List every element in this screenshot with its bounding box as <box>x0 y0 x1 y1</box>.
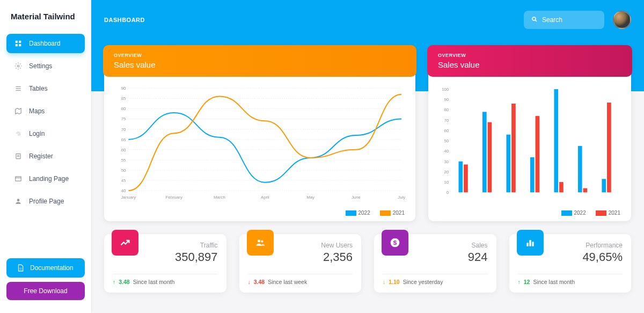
svg-text:50: 50 <box>444 139 449 143</box>
stat-delta: 12 <box>524 279 530 285</box>
svg-text:40: 40 <box>121 188 126 193</box>
search-icon <box>531 15 538 25</box>
svg-point-74 <box>261 241 263 243</box>
documentation-button[interactable]: Documentation <box>6 258 85 278</box>
svg-rect-66 <box>536 116 540 192</box>
svg-text:50: 50 <box>121 168 126 173</box>
sidebar-item-maps[interactable]: Maps <box>6 101 85 121</box>
svg-rect-2 <box>16 44 18 46</box>
stat-card-performance: Performance 49,65% ↑12Since last month <box>509 234 632 293</box>
svg-text:90: 90 <box>444 97 449 102</box>
svg-rect-59 <box>459 162 463 193</box>
svg-rect-61 <box>482 112 487 192</box>
fingerprint-icon <box>14 129 23 138</box>
sidebar-item-settings[interactable]: Settings <box>6 56 85 76</box>
sidebar-item-dashboard[interactable]: Dashboard <box>6 34 85 53</box>
svg-point-73 <box>258 240 260 243</box>
line-chart: 4045505560657075808590JanuaryFebruaryMar… <box>113 84 407 202</box>
legend-label: 2021 <box>609 210 620 216</box>
sidebar-item-landing[interactable]: Landing Page <box>6 169 85 188</box>
svg-rect-65 <box>530 157 535 192</box>
stat-period: Since yesterday <box>403 279 443 285</box>
chart-overview-label: OVERVIEW <box>438 53 621 58</box>
arrow-up-icon: ↑ <box>113 279 115 285</box>
legend-label: 2022 <box>574 210 586 216</box>
svg-text:70: 70 <box>121 127 126 132</box>
svg-marker-8 <box>16 108 21 114</box>
bar-chart: 0102030405060708090100 <box>437 84 623 202</box>
users-icon <box>247 230 274 256</box>
svg-rect-1 <box>19 41 21 43</box>
search-box[interactable] <box>524 11 604 29</box>
svg-rect-68 <box>559 182 564 192</box>
arrow-down-icon: ↓ <box>383 279 385 285</box>
chart-title: Sales value <box>438 60 621 69</box>
svg-text:20: 20 <box>444 170 449 174</box>
svg-rect-78 <box>529 240 531 246</box>
sidebar-item-label: Maps <box>29 107 45 115</box>
clipboard-icon <box>14 152 23 161</box>
free-download-button[interactable]: Free Download <box>6 282 85 300</box>
download-label: Free Download <box>24 287 67 295</box>
user-icon <box>14 197 23 206</box>
svg-text:85: 85 <box>121 96 126 101</box>
stat-card-traffic: Traffic 350,897 ↑3.48Since last month <box>104 234 226 293</box>
svg-text:60: 60 <box>121 148 126 152</box>
sidebar-item-label: Settings <box>29 62 52 70</box>
svg-rect-71 <box>602 179 606 192</box>
svg-text:0: 0 <box>447 190 449 195</box>
chart-overview-label: OVERVIEW <box>114 53 406 58</box>
brand-title: Material Tailwind <box>6 9 85 34</box>
avatar[interactable] <box>613 11 631 29</box>
svg-text:80: 80 <box>444 107 449 112</box>
svg-text:July: July <box>398 195 405 200</box>
svg-text:70: 70 <box>444 118 449 123</box>
svg-text:10: 10 <box>444 180 449 185</box>
svg-text:January: January <box>121 195 136 200</box>
sidebar-item-label: Landing Page <box>29 175 69 183</box>
svg-rect-60 <box>464 164 468 192</box>
svg-text:February: February <box>166 195 182 200</box>
page-title: DASHBOARD <box>104 17 145 23</box>
dollar-icon: $ <box>382 230 408 256</box>
stat-card-sales: $ Sales 924 ↓1.10Since yesterday <box>374 234 496 293</box>
svg-text:55: 55 <box>121 158 126 163</box>
stat-delta: 3.48 <box>254 279 265 285</box>
svg-rect-67 <box>554 89 558 192</box>
line-chart-card: OVERVIEW Sales value 4045505560657075808… <box>104 46 415 221</box>
legend-label: 2022 <box>358 210 370 216</box>
svg-rect-70 <box>583 188 588 193</box>
sidebar-item-login[interactable]: Login <box>6 124 85 143</box>
trending-up-icon <box>112 230 138 256</box>
sidebar-item-label: Register <box>29 152 53 160</box>
arrow-up-icon: ↑ <box>518 279 521 285</box>
sidebar-item-tables[interactable]: Tables <box>6 79 85 98</box>
bar-chart-card: OVERVIEW Sales value 0102030405060708090… <box>428 46 631 221</box>
legend-label: 2021 <box>393 210 405 216</box>
svg-rect-62 <box>488 122 492 193</box>
svg-text:May: May <box>306 195 314 200</box>
svg-rect-77 <box>526 243 528 246</box>
svg-line-18 <box>536 20 537 22</box>
stat-delta: 1.10 <box>389 279 399 285</box>
sidebar-item-register[interactable]: Register <box>6 147 85 166</box>
bar-chart-icon <box>517 230 544 256</box>
bar-chart-legend: 2022 2021 <box>428 210 631 221</box>
svg-text:June: June <box>352 195 361 200</box>
svg-point-17 <box>532 17 536 20</box>
sidebar-item-profile[interactable]: Profile Page <box>6 192 85 211</box>
svg-text:60: 60 <box>444 128 449 133</box>
chart-title: Sales value <box>114 60 406 69</box>
svg-point-14 <box>17 199 20 201</box>
svg-rect-0 <box>16 41 18 43</box>
search-input[interactable] <box>542 16 597 24</box>
svg-text:April: April <box>261 195 269 200</box>
list-icon <box>14 84 23 93</box>
svg-text:100: 100 <box>442 87 449 92</box>
stat-card-new-users: New Users 2,356 ↓3.48Since last week <box>239 234 362 293</box>
sidebar-item-label: Tables <box>29 85 48 92</box>
gear-icon <box>14 62 23 70</box>
sidebar-item-label: Profile Page <box>29 198 64 205</box>
web-icon <box>14 174 23 183</box>
svg-text:40: 40 <box>444 149 449 154</box>
